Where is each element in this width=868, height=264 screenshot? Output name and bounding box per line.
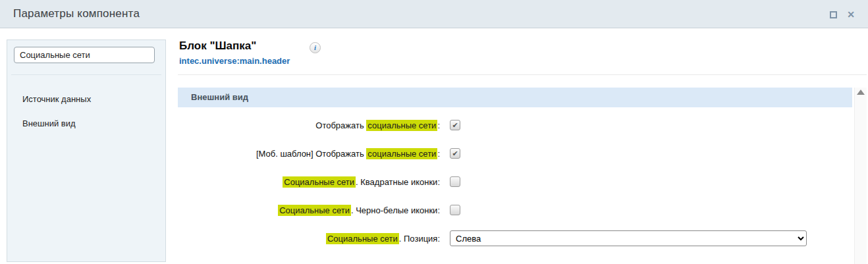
close-icon[interactable]: ✕ [847, 11, 855, 18]
form-row-show-social: Отображать социальные сети: [178, 117, 867, 134]
field-label: Социальные сети. Черно-белые иконки: [178, 205, 440, 215]
search-highlight: социальные сети [366, 120, 437, 131]
section-title: Внешний вид [178, 88, 852, 107]
search-highlight: Социальные сети [326, 233, 399, 244]
sidebar: Источник данных Внешний вид [7, 40, 166, 262]
dialog-titlebar: Параметры компонента ✕ [0, 0, 868, 28]
scroll-up-arrow-icon[interactable] [857, 90, 865, 95]
window-controls: ✕ [830, 11, 855, 18]
sidebar-separator [11, 74, 161, 75]
checkbox-mobile-show-social[interactable] [450, 148, 460, 159]
checkbox-bw-icons[interactable] [450, 205, 460, 215]
position-select[interactable]: Слева [450, 230, 807, 246]
form-row-square-icons: Социальные сети. Квадратные иконки: [178, 173, 867, 190]
maximize-icon[interactable] [830, 11, 837, 18]
component-title: Блок "Шапка" [179, 40, 256, 53]
form-row-mobile-show-social: [Моб. шаблон] Отображать социальные сети… [178, 145, 867, 162]
search-input[interactable] [14, 47, 155, 63]
checkbox-square-icons[interactable] [450, 176, 460, 187]
dialog-title: Параметры компонента [13, 7, 140, 20]
checkbox-show-social[interactable] [450, 120, 460, 130]
header-divider [178, 74, 867, 75]
field-label: Социальные сети. Позиция: [178, 234, 440, 244]
search-highlight: социальные сети [366, 148, 437, 159]
form-row-bw-icons: Социальные сети. Черно-белые иконки: [178, 201, 867, 219]
info-icon[interactable]: i [310, 42, 321, 53]
vertical-scrollbar[interactable] [854, 88, 867, 264]
search-highlight: Социальные сети [278, 205, 351, 216]
field-label: Отображать социальные сети: [178, 120, 440, 130]
section-header-appearance[interactable]: Внешний вид [178, 88, 852, 107]
form-row-position: Социальные сети. Позиция: Слева [178, 230, 867, 247]
sidebar-item-data-source[interactable]: Источник данных [22, 94, 91, 105]
field-label: Социальные сети. Квадратные иконки: [178, 177, 440, 187]
sidebar-item-appearance[interactable]: Внешний вид [22, 119, 76, 129]
field-label: [Моб. шаблон] Отображать социальные сети… [178, 149, 440, 159]
component-code-link[interactable]: intec.universe:main.header [179, 56, 290, 66]
search-highlight: Социальные сети [283, 176, 356, 188]
